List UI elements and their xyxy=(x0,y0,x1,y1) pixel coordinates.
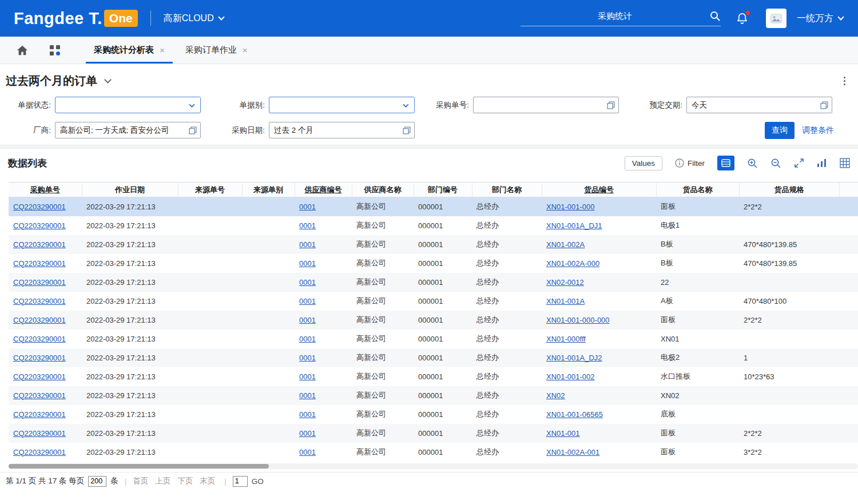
zoom-out-icon[interactable] xyxy=(770,158,781,169)
apps-grid-icon[interactable] xyxy=(49,45,61,56)
table-row[interactable]: CQ22032900012022-03-29 17:21:130001高新公司0… xyxy=(9,348,858,367)
last-page-button[interactable]: 末页 xyxy=(200,476,215,486)
cell-link[interactable]: CQ2203290001 xyxy=(13,429,66,438)
search-icon[interactable] xyxy=(709,10,721,22)
cell-link[interactable]: 0001 xyxy=(299,335,316,343)
cell-link[interactable]: 0001 xyxy=(299,372,316,381)
browse-icon[interactable] xyxy=(189,126,197,134)
cell-link[interactable]: XN01-001-06565 xyxy=(546,410,603,419)
cell-link[interactable]: CQ2203290001 xyxy=(13,335,66,343)
per-page-input[interactable] xyxy=(88,476,106,487)
cell-link[interactable]: CQ2203290001 xyxy=(13,354,66,362)
browse-icon[interactable] xyxy=(820,101,828,109)
cell-link[interactable]: XN01-001A_DJ2 xyxy=(546,354,602,362)
browse-icon[interactable] xyxy=(607,101,615,109)
column-header[interactable]: 供应商编号 xyxy=(295,182,352,197)
doc-status-select[interactable] xyxy=(55,97,201,113)
cell-link[interactable]: CQ2203290001 xyxy=(13,297,66,305)
table-row[interactable]: CQ22032900012022-03-29 17:21:130001高新公司0… xyxy=(9,424,858,443)
notifications-button[interactable] xyxy=(736,12,749,25)
cell-link[interactable]: 0001 xyxy=(299,240,316,249)
cell-link[interactable]: CQ2203290001 xyxy=(13,391,66,400)
home-button[interactable] xyxy=(16,45,29,56)
cell-link[interactable]: CQ2203290001 xyxy=(13,278,66,287)
list-view-button[interactable] xyxy=(717,156,734,170)
cell-link[interactable]: CQ2203290001 xyxy=(13,410,66,419)
column-header[interactable]: 部门编号 xyxy=(414,182,472,197)
cell-link[interactable]: CQ2203290001 xyxy=(13,448,66,457)
cell-link[interactable]: CQ2203290001 xyxy=(13,259,66,268)
cell-link[interactable]: XN01-001 xyxy=(546,429,580,438)
global-search-input[interactable]: 采购统计 xyxy=(521,10,721,26)
prev-page-button[interactable]: 上页 xyxy=(155,476,170,486)
adjust-conditions-button[interactable]: 调整条件 xyxy=(802,125,834,136)
vendor-input[interactable]: 高新公司; 一方天成; 西安分公司 xyxy=(55,122,201,138)
cell-link[interactable]: 0001 xyxy=(299,410,316,419)
goto-page-input[interactable] xyxy=(233,476,248,487)
tab-purchase-stats[interactable]: 采购统计分析表 × xyxy=(84,37,175,64)
cell-link[interactable]: CQ2203290001 xyxy=(13,316,66,324)
table-row[interactable]: CQ22032900012022-03-29 17:21:130001高新公司0… xyxy=(9,235,858,254)
scrollbar-thumb[interactable] xyxy=(9,464,269,469)
cell-link[interactable]: 0001 xyxy=(299,448,316,457)
table-row[interactable]: CQ22032900012022-03-29 17:21:130001高新公司0… xyxy=(9,197,858,216)
horizontal-scrollbar[interactable] xyxy=(9,463,858,469)
search-button[interactable]: 查询 xyxy=(765,122,795,139)
column-header[interactable]: 部门名称 xyxy=(472,182,542,197)
workspace-switcher[interactable]: 高新CLOUD xyxy=(164,13,224,25)
cell-link[interactable]: 0001 xyxy=(299,221,316,230)
go-button[interactable]: GO xyxy=(252,477,264,486)
cell-link[interactable]: XN01-001-002 xyxy=(546,372,595,381)
cell-link[interactable]: CQ2203290001 xyxy=(13,203,66,211)
chevron-down-icon[interactable] xyxy=(104,76,112,84)
delivery-date-input[interactable]: 今天 xyxy=(686,97,832,113)
table-row[interactable]: CQ22032900012022-03-29 17:21:130001高新公司0… xyxy=(9,311,858,330)
cell-link[interactable]: 0001 xyxy=(299,297,316,305)
column-header[interactable]: 来源单别 xyxy=(242,182,295,197)
next-page-button[interactable]: 下页 xyxy=(177,476,193,486)
cell-link[interactable]: CQ2203290001 xyxy=(13,221,66,230)
table-row[interactable]: CQ22032900012022-03-29 17:21:130001高新公司0… xyxy=(9,216,858,235)
user-avatar[interactable] xyxy=(766,9,786,28)
close-icon[interactable]: × xyxy=(243,45,248,55)
cell-link[interactable]: XN01-002A-001 xyxy=(546,448,599,457)
column-header[interactable]: 来源单号 xyxy=(178,182,242,197)
cell-link[interactable]: XN02 xyxy=(546,391,565,400)
cell-link[interactable]: XN02-0012 xyxy=(546,278,584,287)
cell-link[interactable]: XN01-001-000-000 xyxy=(546,316,610,324)
filter-button[interactable]: Filter xyxy=(675,158,705,168)
column-header[interactable]: 货品编号 xyxy=(542,182,656,197)
column-header[interactable]: 采购单号 xyxy=(9,182,82,197)
tab-purchase-orders[interactable]: 采购订单作业 × xyxy=(175,37,258,64)
cell-link[interactable]: 0001 xyxy=(299,429,316,438)
cell-link[interactable]: XN01-002A xyxy=(546,240,585,249)
table-row[interactable]: CQ22032900012022-03-29 17:21:130001高新公司0… xyxy=(9,386,858,405)
first-page-button[interactable]: 首页 xyxy=(133,476,148,486)
cell-link[interactable]: 0001 xyxy=(299,203,316,211)
column-header[interactable]: 货品名称 xyxy=(656,182,739,197)
cell-link[interactable]: 0001 xyxy=(299,316,316,324)
cell-link[interactable]: 0001 xyxy=(299,259,316,268)
more-options-icon[interactable] xyxy=(841,74,848,88)
cell-link[interactable]: XN01-000fff xyxy=(546,335,586,343)
table-row[interactable]: CQ22032900012022-03-29 17:21:130001高新公司0… xyxy=(9,254,858,273)
table-row[interactable]: CQ22032900012022-03-29 17:21:130001高新公司0… xyxy=(9,330,858,348)
values-button[interactable]: Values xyxy=(625,156,662,170)
bar-chart-icon[interactable] xyxy=(817,158,827,168)
cell-link[interactable]: 0001 xyxy=(299,354,316,362)
column-header[interactable]: 供应商名称 xyxy=(352,182,414,197)
table-row[interactable]: CQ22032900012022-03-29 17:21:130001高新公司0… xyxy=(9,292,858,311)
table-row[interactable]: CQ22032900012022-03-29 17:21:130001高新公司0… xyxy=(9,443,858,462)
cell-link[interactable]: CQ2203290001 xyxy=(13,372,66,381)
grid-view-icon[interactable] xyxy=(840,158,850,168)
column-header[interactable]: 作业日期 xyxy=(82,182,178,197)
table-row[interactable]: CQ22032900012022-03-29 17:21:130001高新公司0… xyxy=(9,405,858,424)
cell-link[interactable]: CQ2203290001 xyxy=(13,240,66,249)
cell-link[interactable]: XN01-002A-000 xyxy=(546,259,599,268)
doc-type-select[interactable] xyxy=(269,97,415,113)
table-row[interactable]: CQ22032900012022-03-29 17:21:130001高新公司0… xyxy=(9,273,858,292)
cell-link[interactable]: XN01-001A xyxy=(546,297,585,305)
table-row[interactable]: CQ22032900012022-03-29 17:21:130001高新公司0… xyxy=(9,367,858,386)
cell-link[interactable]: 0001 xyxy=(299,278,316,287)
close-icon[interactable]: × xyxy=(160,45,165,55)
